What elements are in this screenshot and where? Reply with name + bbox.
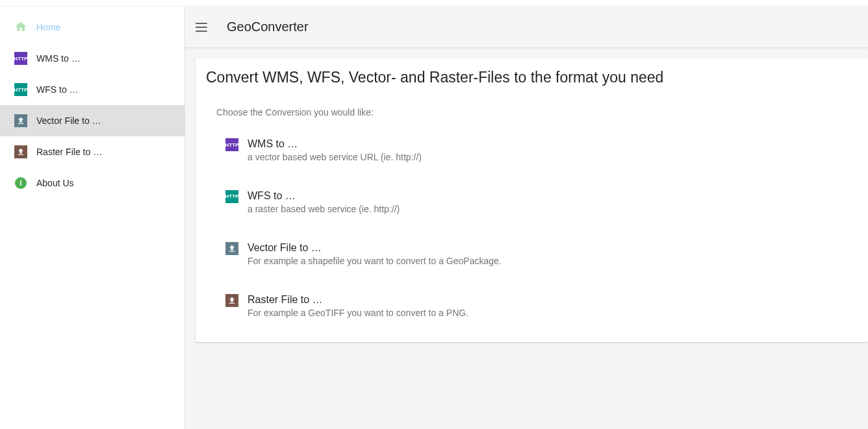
sidebar-item-wms[interactable]: HTTP WMS to … <box>0 43 185 74</box>
toolbar: GeoConverter <box>185 6 868 48</box>
browser-top-gap <box>0 0 868 6</box>
sidebar-item-wfs[interactable]: HTTP WFS to … <box>0 74 185 105</box>
page-heading: Convert WMS, WFS, Vector- and Raster-Fil… <box>206 69 858 86</box>
option-desc: For example a shapefile you want to conv… <box>248 255 502 268</box>
option-raster-file[interactable]: Raster File to … For example a GeoTIFF y… <box>206 286 858 326</box>
option-title: WMS to … <box>248 137 422 151</box>
option-desc: For example a GeoTIFF you want to conver… <box>248 307 468 320</box>
option-desc: a raster based web service (ie. http://) <box>248 203 400 216</box>
menu-icon[interactable] <box>196 19 211 35</box>
main-card: Convert WMS, WFS, Vector- and Raster-Fil… <box>196 58 868 342</box>
sidebar-item-label: WMS to … <box>36 53 81 64</box>
sidebar-item-about[interactable]: i About Us <box>0 167 185 199</box>
app-title: GeoConverter <box>227 19 309 34</box>
sidebar-item-vector-file[interactable]: Vector File to … <box>0 105 185 136</box>
upload-icon <box>5 145 36 158</box>
upload-icon <box>216 293 248 307</box>
sidebar-item-label: About Us <box>36 178 74 188</box>
option-desc: a vector based web service URL (ie. http… <box>248 151 422 164</box>
upload-icon <box>216 241 248 255</box>
sidebar-item-label: WFS to … <box>36 84 79 95</box>
option-wfs[interactable]: HTTP WFS to … a raster based web service… <box>206 182 858 223</box>
upload-icon <box>5 114 36 127</box>
sidebar-item-raster-file[interactable]: Raster File to … <box>0 136 185 167</box>
sidebar-item-label: Home <box>36 22 60 32</box>
option-title: Raster File to … <box>248 293 468 307</box>
sidebar-item-label: Raster File to … <box>36 147 102 157</box>
instruction-text: Choose the Conversion you would like: <box>216 107 858 117</box>
http-icon: HTTP <box>216 189 248 203</box>
sidebar-item-home[interactable]: Home <box>0 12 185 43</box>
info-icon: i <box>5 177 36 189</box>
http-icon: HTTP <box>216 137 248 151</box>
option-wms[interactable]: HTTP WMS to … a vector based web service… <box>206 130 858 171</box>
option-title: Vector File to … <box>248 241 502 255</box>
option-title: WFS to … <box>248 189 400 203</box>
home-icon <box>5 20 36 35</box>
option-vector-file[interactable]: Vector File to … For example a shapefile… <box>206 234 858 275</box>
http-icon: HTTP <box>5 83 36 96</box>
sidebar: Home HTTP WMS to … HTTP WFS to … Vector … <box>0 6 185 429</box>
http-icon: HTTP <box>5 52 36 65</box>
sidebar-item-label: Vector File to … <box>36 116 101 126</box>
